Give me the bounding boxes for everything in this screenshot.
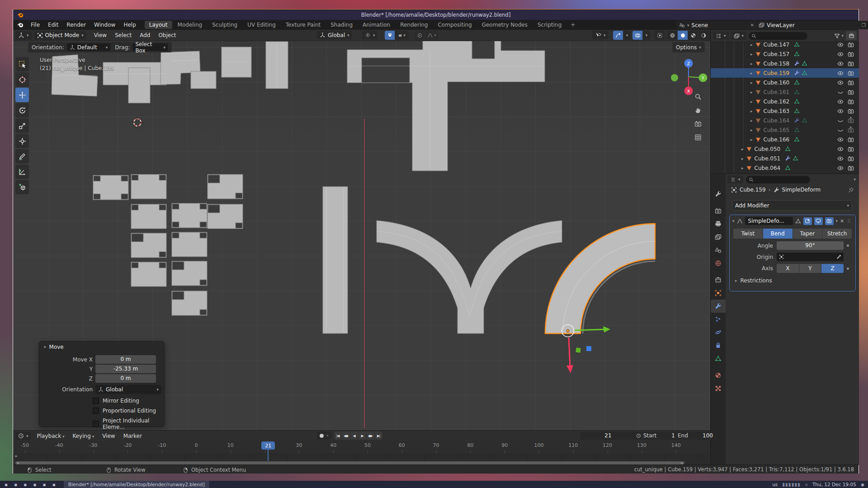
- outliner-row[interactable]: ▸Cube.050: [711, 144, 859, 154]
- workspace-tab-scripting[interactable]: Scripting: [533, 21, 566, 29]
- tool-move[interactable]: [15, 88, 29, 102]
- move-field-value[interactable]: 0 m: [95, 374, 156, 383]
- mesh-data-icon[interactable]: [794, 89, 800, 95]
- workspace-tab-modeling[interactable]: Modeling: [173, 21, 207, 29]
- outliner-row[interactable]: ▸Cube.161: [711, 87, 859, 97]
- keyboard-icon[interactable]: ⌗: [805, 482, 808, 488]
- navigation-gizmo[interactable]: Z Y X: [668, 57, 709, 98]
- expand-chevron-icon[interactable]: ▸: [750, 71, 753, 75]
- properties-tab-render[interactable]: [711, 204, 726, 217]
- properties-search-input[interactable]: [746, 176, 810, 183]
- modifier-expand-chevron[interactable]: ▾: [732, 219, 735, 223]
- timeline-editor-type-button[interactable]: ▾: [15, 432, 31, 440]
- properties-tab-output[interactable]: [711, 217, 726, 230]
- expand-chevron-icon[interactable]: ▸: [741, 147, 744, 151]
- disable-render-icon[interactable]: [848, 61, 854, 67]
- object-name[interactable]: Cube.064: [755, 165, 781, 171]
- hide-eye-icon[interactable]: [837, 165, 844, 171]
- properties-tab-object[interactable]: [711, 286, 726, 300]
- disable-render-icon[interactable]: [848, 146, 854, 152]
- shading-solid-button[interactable]: [678, 31, 688, 40]
- properties-tab-material[interactable]: [711, 369, 726, 382]
- properties-tab-texture[interactable]: [711, 382, 726, 395]
- outliner-filter-button[interactable]: ▾: [834, 33, 844, 39]
- object-name[interactable]: Cube.158: [764, 61, 790, 67]
- transform-orientation[interactable]: Global▾: [317, 31, 352, 39]
- editor-type-button[interactable]: ▾: [15, 31, 32, 40]
- mesh-data-icon[interactable]: [785, 165, 791, 171]
- channel-expand-chevron[interactable]: ▸: [15, 454, 18, 458]
- menu-file[interactable]: File: [27, 22, 44, 28]
- object-visibility-button[interactable]: ▾: [592, 31, 609, 39]
- camera-view-widget[interactable]: [694, 120, 702, 127]
- menu-edit[interactable]: Edit: [44, 22, 62, 28]
- proportional-falloff-button[interactable]: ▾: [425, 31, 439, 40]
- angle-animate-dot[interactable]: [847, 244, 849, 247]
- snap-target-button[interactable]: ≡▾: [395, 31, 409, 40]
- outliner-search-input[interactable]: [749, 32, 807, 40]
- launcher-menu-icon[interactable]: ▪: [5, 482, 8, 487]
- keyboard-layout-indicator[interactable]: us: [772, 482, 778, 487]
- next-keyframe-button[interactable]: ◆▶: [367, 432, 374, 440]
- disable-render-icon[interactable]: [848, 80, 854, 86]
- outliner-row[interactable]: ▸Cube.166: [711, 135, 859, 144]
- disable-render-icon[interactable]: [848, 155, 854, 162]
- object-name[interactable]: Cube.147: [764, 42, 790, 48]
- mesh-data-icon[interactable]: [794, 136, 800, 142]
- mesh-data-icon[interactable]: [794, 80, 800, 85]
- play-reverse-button[interactable]: ◀: [350, 432, 358, 440]
- disable-render-icon[interactable]: [848, 136, 854, 143]
- modifier-name-field[interactable]: SimpleDefo...: [745, 217, 793, 225]
- road-tile-corner[interactable]: [208, 174, 243, 199]
- road-tile-corner[interactable]: [172, 261, 207, 286]
- expand-chevron-icon[interactable]: ▸: [750, 42, 753, 47]
- eyedropper-icon[interactable]: [836, 254, 841, 259]
- modifier-extras-chevron[interactable]: ▾: [836, 219, 838, 223]
- properties-tab-view-layer[interactable]: [711, 230, 726, 244]
- outliner-editor-type-button[interactable]: ▾: [713, 32, 729, 40]
- play-button[interactable]: ▶: [359, 432, 366, 440]
- launcher-download-icon[interactable]: ▪: [52, 482, 56, 487]
- view-layer-selector[interactable]: ViewLayer ❐ ✕: [756, 21, 868, 29]
- menu-help[interactable]: Help: [119, 22, 140, 28]
- hide-eye-icon[interactable]: [837, 146, 844, 152]
- properties-tab-constraints[interactable]: [711, 339, 726, 352]
- show-in-edit-toggle[interactable]: [803, 217, 812, 225]
- gizmos-toggle[interactable]: [613, 31, 623, 40]
- properties-tab-data[interactable]: [711, 352, 726, 365]
- object-name[interactable]: Cube.165: [764, 127, 790, 133]
- timeline-channel-area[interactable]: ▸: [13, 453, 710, 460]
- expand-chevron-icon[interactable]: ▸: [750, 80, 753, 85]
- workspace-tab-sculpting[interactable]: Sculpting: [208, 21, 242, 29]
- tool-orientation-dropdown[interactable]: Default ▾: [67, 43, 110, 51]
- tool-cursor[interactable]: [15, 72, 29, 87]
- checkbox-proportional-editing[interactable]: [93, 408, 99, 414]
- workspace-tab-texture-paint[interactable]: Texture Paint: [281, 21, 325, 29]
- breadcrumb-object[interactable]: Cube.159: [740, 187, 766, 193]
- mesh-data-icon[interactable]: [785, 146, 791, 152]
- view-layer-copy-icon[interactable]: ❐: [862, 23, 866, 28]
- clock[interactable]: Thu, 12 Dec 19:05: [812, 482, 856, 487]
- axis-button-z[interactable]: Z: [821, 264, 844, 273]
- workspace-tab-layout[interactable]: Layout: [145, 21, 172, 29]
- properties-tab-modifiers[interactable]: [711, 300, 726, 313]
- mesh-data-icon[interactable]: [794, 42, 800, 47]
- road-tile-corner[interactable]: [172, 291, 207, 315]
- hide-eye-icon[interactable]: [837, 70, 844, 76]
- checkbox-project-individual-eleme-[interactable]: [93, 421, 99, 427]
- hidden-eye-icon[interactable]: [837, 117, 844, 124]
- menu-window[interactable]: Window: [90, 22, 119, 28]
- expand-chevron-icon[interactable]: ▸: [741, 156, 744, 161]
- zoom-widget[interactable]: [694, 93, 702, 100]
- window-titlebar[interactable]: Blender* [/home/amalie/Desktop/blender/r…: [13, 9, 859, 20]
- properties-tab-scene[interactable]: [711, 244, 726, 257]
- outliner-row[interactable]: ▸Cube.158: [711, 59, 859, 68]
- snap-toggle[interactable]: [385, 31, 395, 40]
- deform-mode-taper[interactable]: Taper: [793, 229, 822, 239]
- move-orientation-dropdown[interactable]: Global ▾: [95, 385, 161, 394]
- launcher-terminal-icon[interactable]: ▪: [24, 482, 27, 487]
- hide-eye-icon[interactable]: [837, 108, 844, 114]
- launcher-files-icon[interactable]: ▪: [14, 482, 17, 487]
- expand-chevron-icon[interactable]: ▸: [750, 137, 753, 142]
- shading-material-button[interactable]: [688, 31, 698, 40]
